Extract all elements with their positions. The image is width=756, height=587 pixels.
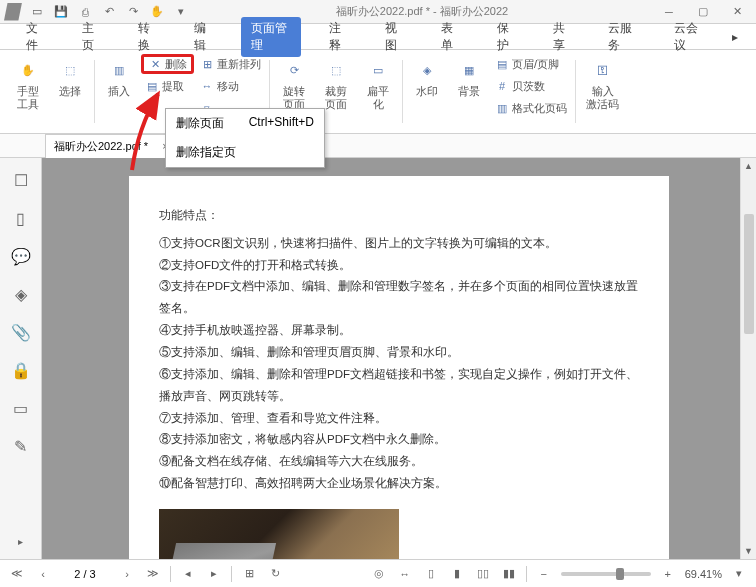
fields-panel-icon[interactable]: ▭	[11, 398, 31, 418]
document-image	[159, 509, 399, 559]
fit-width-icon[interactable]: ↔	[396, 565, 414, 583]
doc-line: ⑥支持添加、编辑、删除和管理PDF文档超链接和书签，实现自定义操作，例如打开文件…	[159, 364, 639, 408]
prev-page-icon[interactable]: ‹	[34, 565, 52, 583]
comments-panel-icon[interactable]: 💬	[11, 246, 31, 266]
extract-button[interactable]: ▤ 提取	[141, 76, 194, 96]
zoom-in-icon[interactable]: +	[659, 565, 677, 583]
flatten-button[interactable]: ▭ 扁平 化	[358, 54, 398, 129]
continuous-icon[interactable]: ▮	[448, 565, 466, 583]
next-page-icon[interactable]: ›	[118, 565, 136, 583]
delete-dropdown-menu: 删除页面 Ctrl+Shift+D 删除指定页	[165, 108, 325, 168]
activation-button[interactable]: ⚿ 输入 激活码	[580, 54, 625, 129]
zoom-slider-knob[interactable]	[616, 568, 624, 580]
zoom-dropdown-icon[interactable]: ▾	[730, 565, 748, 583]
doc-line: ⑨配备文档在线存储、在线编辑等六大在线服务。	[159, 451, 639, 473]
page-indicator-input[interactable]	[60, 568, 110, 580]
rotate-icon: ⟳	[280, 56, 308, 84]
select-button[interactable]: ⬚ 选择	[50, 54, 90, 129]
doc-line: ④支持手机放映遥控器、屏幕录制。	[159, 320, 639, 342]
last-page-icon[interactable]: ≫	[144, 565, 162, 583]
pages-panel-icon[interactable]: ▯	[11, 208, 31, 228]
thumbnail-view-icon[interactable]: ⊞	[240, 565, 258, 583]
facing-icon[interactable]: ▯▯	[474, 565, 492, 583]
delete-specific-menu-item[interactable]: 删除指定页	[166, 138, 324, 167]
scroll-down-icon[interactable]: ▼	[744, 543, 753, 559]
document-tab[interactable]: 福昕办公2022.pdf * ×	[45, 134, 178, 158]
close-button[interactable]: ✕	[722, 3, 752, 21]
doc-line: ①支持OCR图文识别，快速将扫描件、图片上的文字转换为可编辑的文本。	[159, 233, 639, 255]
side-rail: ☐ ▯ 💬 ◈ 📎 🔒 ▭ ✎ ▸	[0, 158, 42, 559]
bates-icon: #	[495, 79, 509, 93]
menu-tabs: 文件 主页 转换 编辑 页面管理 注释 视图 表单 保护 共享 云服务 云会议 …	[0, 24, 756, 50]
vertical-scrollbar[interactable]: ▲ ▼	[740, 158, 756, 559]
attachments-panel-icon[interactable]: 📎	[11, 322, 31, 342]
delete-page-menu-item[interactable]: 删除页面 Ctrl+Shift+D	[166, 109, 324, 138]
main-area: ☐ ▯ 💬 ◈ 📎 🔒 ▭ ✎ ▸ 功能特点： ①支持OCR图文识别，快速将扫描…	[0, 158, 756, 559]
doc-line: ⑦支持添加、管理、查看和导览文件注释。	[159, 408, 639, 430]
expand-rail-icon[interactable]: ▸	[11, 531, 31, 551]
background-button[interactable]: ▦ 背景	[449, 54, 489, 129]
hand-tool-icon: ✋	[14, 56, 42, 84]
document-viewport[interactable]: 功能特点： ①支持OCR图文识别，快速将扫描件、图片上的文字转换为可编辑的文本。…	[42, 158, 756, 559]
move-icon: ↔	[200, 79, 214, 93]
format-page-button[interactable]: ▥ 格式化页码	[491, 98, 571, 118]
move-button[interactable]: ↔ 移动	[196, 76, 265, 96]
pdf-page: 功能特点： ①支持OCR图文识别，快速将扫描件、图片上的文字转换为可编辑的文本。…	[129, 176, 669, 559]
delete-button[interactable]: ✕ 删除	[141, 54, 194, 74]
insert-button[interactable]: ▥ 插入	[99, 54, 139, 129]
doc-line: ②支持OFD文件的打开和格式转换。	[159, 255, 639, 277]
bookmark-panel-icon[interactable]: ☐	[11, 170, 31, 190]
select-icon: ⬚	[56, 56, 84, 84]
zoom-out-icon[interactable]: −	[535, 565, 553, 583]
status-bar: ≪ ‹ › ≫ ◂ ▸ ⊞ ↻ ◎ ↔ ▯ ▮ ▯▯ ▮▮ − + 69.41%…	[0, 559, 756, 587]
nav-back-icon[interactable]: ◂	[179, 565, 197, 583]
nav-forward-icon[interactable]: ▸	[205, 565, 223, 583]
zoom-slider[interactable]	[561, 572, 651, 576]
first-page-icon[interactable]: ≪	[8, 565, 26, 583]
format-page-icon: ▥	[495, 101, 509, 115]
layers-panel-icon[interactable]: ◈	[11, 284, 31, 304]
continuous-facing-icon[interactable]: ▮▮	[500, 565, 518, 583]
doc-line: ③支持在PDF文档中添加、编辑、删除和管理数字签名，并在多个页面的相同位置快速放…	[159, 276, 639, 320]
scroll-thumb[interactable]	[744, 214, 754, 334]
doc-heading: 功能特点：	[159, 204, 639, 227]
rearrange-button[interactable]: ⊞ 重新排列	[196, 54, 265, 74]
header-footer-button[interactable]: ▤ 页眉/页脚	[491, 54, 571, 74]
doc-line: ⑤支持添加、编辑、删除和管理页眉页脚、背景和水印。	[159, 342, 639, 364]
doc-line: ⑩配备智慧打印、高效招聘两大企业场景化解决方案。	[159, 473, 639, 495]
watermark-button[interactable]: ◈ 水印	[407, 54, 447, 129]
tabs-more-icon[interactable]: ▸	[732, 30, 738, 44]
save-icon[interactable]: 💾	[52, 3, 70, 21]
flatten-icon: ▭	[364, 56, 392, 84]
key-icon: ⚿	[589, 56, 617, 84]
reflow-icon[interactable]: ↻	[266, 565, 284, 583]
watermark-icon: ◈	[413, 56, 441, 84]
header-footer-icon: ▤	[495, 57, 509, 71]
doc-line: ⑧支持添加密文，将敏感内容从PDF文档中永久删除。	[159, 429, 639, 451]
background-icon: ▦	[455, 56, 483, 84]
single-page-icon[interactable]: ▯	[422, 565, 440, 583]
document-tab-strip: 福昕办公2022.pdf * × +	[0, 134, 756, 158]
zoom-percent: 69.41%	[685, 568, 722, 580]
hand-tool-button[interactable]: ✋ 手型 工具	[8, 54, 48, 129]
bates-button[interactable]: # 贝茨数	[491, 76, 571, 96]
crop-icon: ⬚	[322, 56, 350, 84]
delete-icon: ✕	[148, 57, 162, 71]
security-panel-icon[interactable]: 🔒	[11, 360, 31, 380]
signature-panel-icon[interactable]: ✎	[11, 436, 31, 456]
insert-icon: ▥	[105, 56, 133, 84]
rearrange-icon: ⊞	[200, 57, 214, 71]
ribbon: ✋ 手型 工具 ⬚ 选择 ▥ 插入 ✕ 删除 ▤ 提取 ⋯ ⊞ 重新排列 ↔ 移…	[0, 50, 756, 134]
scroll-up-icon[interactable]: ▲	[744, 158, 753, 174]
fit-page-icon[interactable]: ◎	[370, 565, 388, 583]
extract-icon: ▤	[145, 79, 159, 93]
